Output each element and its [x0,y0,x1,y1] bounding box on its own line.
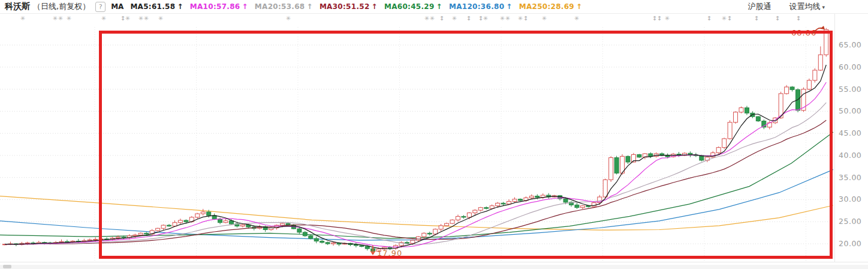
candle [314,237,318,243]
svg-text:✳: ✳ [101,15,106,22]
svg-text:50.00: 50.00 [839,106,861,115]
candle [580,205,584,210]
svg-text:✳: ✳ [483,15,488,22]
up-arrow-icon: ↑ [177,2,183,11]
svg-text:✳: ✳ [452,15,457,22]
candle [722,138,727,149]
candle [813,68,817,83]
candle [320,240,324,243]
candle [8,242,13,246]
up-arrow-icon: ↑ [242,2,248,11]
period-label: （日线,前复权） [33,1,90,12]
up-arrow-icon: ↑ [506,2,512,11]
candle [201,209,205,216]
panel-borders [0,14,868,262]
price-axis: 65.0060.0055.0050.0045.0040.0035.0030.00… [839,40,861,248]
candle [456,214,460,222]
candle [649,153,653,159]
candle [785,85,789,95]
svg-text:20.00: 20.00 [839,239,861,248]
svg-text:30.00: 30.00 [839,195,861,204]
candle [620,154,625,175]
candle [756,116,760,122]
up-arrow-icon: ↑ [372,2,378,11]
svg-text:✳: ✳ [500,15,505,22]
svg-text:60.00: 60.00 [839,62,861,71]
candle [14,243,18,246]
candle [484,207,489,210]
candle [739,106,743,113]
candle [513,198,517,203]
candle [178,219,182,224]
svg-text:✳: ✳ [574,15,579,22]
candle [473,209,477,215]
ma-legend-item: MA20:53.68↑ [255,2,313,11]
svg-text:✳: ✳ [665,15,670,22]
candle [144,232,149,235]
event-marker-row: ✳✳✳✳✳✳✳✳✳✳✳✳✳✳✳✳✳✳✳✳✳↕↕↕↕↕↕↕↕↕↕↕↕ [20,15,801,22]
svg-text:25.00: 25.00 [839,217,861,226]
svg-text:↕: ↕ [754,15,759,22]
candle [309,235,313,240]
up-arrow-icon: ↑ [436,2,442,11]
horizontal-scrollbar-thumb[interactable] [3,265,11,268]
candle [224,219,228,223]
candle [688,151,692,157]
svg-text:✳: ✳ [67,15,71,22]
candle [326,241,330,245]
candle [462,215,466,219]
svg-text:✳: ✳ [138,15,143,22]
svg-text:✳: ✳ [542,15,547,22]
candle [439,224,443,231]
ma-lines-long [0,132,833,240]
candle [303,231,307,237]
svg-text:✳: ✳ [53,15,58,22]
candle [331,242,336,246]
candle [609,156,613,182]
candle [626,156,630,164]
svg-text:↕: ↕ [707,15,712,22]
candle [614,156,619,175]
candle [156,228,160,231]
ma-legend-item: MA120:36.80↑ [449,2,513,11]
svg-text:↕: ↕ [727,15,732,22]
horizontal-scrollbar-track [0,265,868,269]
candle [762,119,766,129]
ma-prefix-label: MA [111,2,123,11]
svg-text:↕: ↕ [120,15,125,22]
candle [637,154,641,158]
svg-text:65.00: 65.00 [839,40,861,49]
candle [478,207,483,212]
highlight-annotation-box [101,32,831,258]
svg-text:✳: ✳ [286,15,291,22]
svg-text:✳: ✳ [424,15,429,22]
candle [734,111,738,124]
svg-text:↕: ↕ [657,15,662,22]
candle [450,219,454,224]
svg-text:✳: ✳ [430,15,435,22]
svg-text:55.00: 55.00 [839,85,861,94]
candle [818,46,822,71]
hugutong-link[interactable]: 沪股通 [748,1,771,12]
candle [728,120,732,139]
ma-legend-item: MA5:61.58↑ [130,2,183,11]
candle [167,224,171,227]
help-icon[interactable]: ? [95,2,106,12]
svg-text:↕: ↕ [439,15,444,22]
svg-text:✳: ✳ [518,15,523,22]
chart-header: 科沃斯 （日线,前复权） ? MA MA5:61.58↑MA10:57.86↑M… [0,0,868,13]
candle [569,201,574,207]
svg-text:✳: ✳ [125,15,130,22]
set-ma-label: 设置均线 [789,2,820,11]
set-ma-dropdown[interactable]: 设置均线▾ [789,1,825,12]
svg-text:✳: ✳ [144,15,149,22]
candle [518,198,522,201]
svg-text:40.00: 40.00 [839,151,861,160]
candlestick-chart[interactable]: ✳✳✳✳✳✳✳✳✳✳✳✳✳✳✳✳✳✳✳✳✳↕↕↕↕↕↕↕↕↕↕↕↕ 65.006… [0,0,868,269]
ma-legend-item: MA10:57.86↑ [190,2,248,11]
chevron-down-icon: ▾ [822,4,825,10]
candle [150,229,154,235]
svg-text:↕: ↕ [775,15,780,22]
svg-text:✳: ✳ [722,15,727,22]
svg-text:45.00: 45.00 [839,128,861,138]
